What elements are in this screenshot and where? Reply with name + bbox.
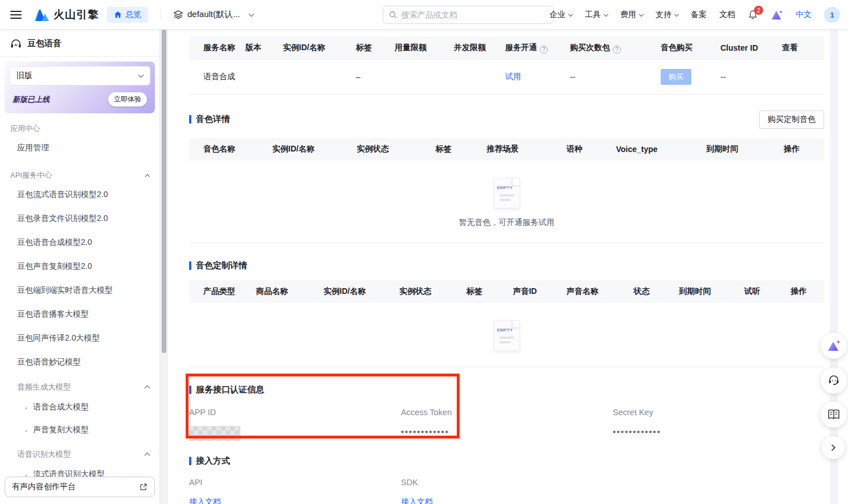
empty-icon: EMPTY xyxy=(494,320,520,351)
sidebar-item-streaming-asr-2[interactable]: 豆包流式语音识别模型2.0 xyxy=(0,183,159,207)
search-input[interactable] xyxy=(402,10,547,19)
sidebar-item-clone-large[interactable]: 声音复刻大模型 xyxy=(0,419,159,441)
access-method-title: 接入方式 xyxy=(189,456,230,466)
service-name: 语音合成 xyxy=(189,60,245,95)
workspace-label: default(默认... xyxy=(187,9,240,20)
app-id-masked-value xyxy=(189,426,240,441)
overview-button[interactable]: 总览 xyxy=(107,7,148,23)
secret-key-value: ************ xyxy=(613,429,661,437)
voice-detail-title: 音色详情 xyxy=(189,114,230,125)
nav-support[interactable]: 支持 xyxy=(656,10,678,20)
ai-assistant-icon[interactable] xyxy=(771,9,783,21)
sidebar-subgroup-audio-gen[interactable]: 音频生成大模型 xyxy=(0,374,159,396)
top-navbar: 火山引擎 总览 default(默认... 企业 工具 费用 支持 备案 文档 xyxy=(0,0,848,30)
sidebar-subgroup-asr-large[interactable]: 语音识别大模型 xyxy=(0,441,159,463)
layers-icon xyxy=(174,10,183,19)
voice-custom-header: 产品类型 商品名称 实例ID/名称 实例状态 标签 声音ID 声音名称 状态 到… xyxy=(189,280,824,303)
product-title-row: AI 豆包语音 xyxy=(0,30,159,57)
chevron-down-icon xyxy=(674,11,679,16)
product-title: 豆包语音 xyxy=(27,38,62,49)
sidebar-group-api-center[interactable]: API服务中心 xyxy=(0,160,159,183)
new-version-text: 新版已上线 xyxy=(13,95,50,105)
secret-key-label: Secret Key xyxy=(613,408,824,417)
sidebar-item-podcast[interactable]: 豆包语音播客大模型 xyxy=(0,302,159,326)
headset-ai-icon: AI xyxy=(10,39,22,49)
sidebar: AI 豆包语音 旧版 新版已上线 立即体验 应用中心 应用管理 API服务中心 … xyxy=(0,30,160,504)
docs-float-button[interactable] xyxy=(821,401,847,428)
global-search[interactable] xyxy=(383,6,554,24)
hamburger-menu-icon[interactable] xyxy=(10,11,22,19)
sidebar-item-simul-interpret[interactable]: 豆包同声传译2.0大模型 xyxy=(0,326,159,350)
version-banner: 旧版 新版已上线 立即体验 xyxy=(5,62,155,113)
voice-detail-table: 音色名称 实例ID/名称 实例状态 标签 推荐场景 语种 Voice_type … xyxy=(189,138,824,161)
nav-docs[interactable]: 文档 xyxy=(719,10,735,20)
svg-text:AI: AI xyxy=(14,43,18,47)
brand-logo[interactable]: 火山引擎 xyxy=(34,7,99,22)
trial-link[interactable]: 试用 xyxy=(505,72,521,81)
voice-detail-empty-text: 暂无音色，可开通服务试用 xyxy=(189,218,824,228)
notification-badge: 2 xyxy=(754,6,763,15)
service-table: 服务名称 版本 实例ID/名称 标签 用量限额 并发限额 服务开通? 购买次数包… xyxy=(189,36,824,95)
open-book-icon xyxy=(827,409,841,420)
voice-custom-title: 音色定制详情 xyxy=(189,260,247,271)
empty-icon: EMPTY xyxy=(494,178,520,208)
collapse-panel-button[interactable] xyxy=(822,436,845,459)
app-id-block: APP ID xyxy=(189,408,401,441)
buy-custom-voice-button[interactable]: 购买定制音色 xyxy=(759,110,824,129)
main-content: 服务名称 版本 实例ID/名称 标签 用量限额 并发限额 服务开通? 购买次数包… xyxy=(168,30,848,504)
nav-icp[interactable]: 备案 xyxy=(691,10,707,20)
search-icon xyxy=(389,11,397,19)
sidebar-scrollbar[interactable] xyxy=(160,30,168,504)
sidebar-group-app-center: 应用中心 xyxy=(0,113,159,136)
version-select[interactable]: 旧版 xyxy=(9,66,150,85)
scrollbar-thumb[interactable] xyxy=(162,30,166,353)
customer-service-float-button[interactable] xyxy=(821,367,847,394)
chevron-down-icon xyxy=(639,11,644,16)
chevron-up-icon xyxy=(145,453,150,458)
api-doc-link[interactable]: 接入文档 xyxy=(189,497,221,504)
sdk-doc-link[interactable]: 接入文档 xyxy=(401,497,433,504)
auth-info-grid: APP ID Access Token ************ Secret … xyxy=(189,408,824,441)
brand-name: 火山引擎 xyxy=(54,7,99,22)
notification-bell[interactable]: 2 xyxy=(748,10,758,20)
try-now-button[interactable]: 立即体验 xyxy=(108,92,147,106)
chevron-up-icon xyxy=(145,386,150,391)
secret-key-block: Secret Key ************ xyxy=(613,408,824,441)
access-token-value: ************ xyxy=(401,429,449,437)
language-switch[interactable]: 中文 xyxy=(796,10,812,20)
api-label: API xyxy=(189,478,401,487)
sdk-block: SDK 接入文档 xyxy=(401,478,824,504)
user-avatar[interactable]: 1 xyxy=(824,7,840,23)
audio-creation-platform-link[interactable]: 有声内容创作平台 xyxy=(5,477,155,497)
sidebar-item-miaoji[interactable]: 豆包语音妙记模型 xyxy=(0,350,159,374)
sidebar-item-app-management[interactable]: 应用管理 xyxy=(0,136,159,160)
nav-tools[interactable]: 工具 xyxy=(585,10,608,20)
sidebar-item-voice-clone-2[interactable]: 豆包声音复刻模型2.0 xyxy=(0,255,159,278)
sidebar-item-tts-large[interactable]: 语音合成大模型 xyxy=(0,396,159,419)
sidebar-item-e2e-realtime[interactable]: 豆包端到端实时语音大模型 xyxy=(0,278,159,302)
access-token-block: Access Token ************ xyxy=(401,408,613,441)
voice-detail-empty-state: EMPTY 暂无音色，可开通服务试用 xyxy=(189,178,824,243)
chevron-down-icon xyxy=(604,11,608,16)
chevron-down-icon xyxy=(568,11,573,16)
sidebar-item-file-asr-2[interactable]: 豆包录音文件识别模型2.0 xyxy=(0,207,159,231)
divider xyxy=(161,9,161,21)
headset-icon xyxy=(827,374,840,387)
service-row-tts: 语音合成 – 试用 -- 购买 -- xyxy=(189,60,824,95)
chevron-up-icon xyxy=(145,174,150,178)
access-method-grid: API 接入文档 SDK 接入文档 xyxy=(189,478,824,504)
sidebar-item-tts-2[interactable]: 豆包语音合成模型2.0 xyxy=(0,231,159,255)
ai-assistant-float-button[interactable] xyxy=(821,333,847,359)
chevron-right-icon xyxy=(830,444,837,451)
ai-mountain-icon xyxy=(827,339,841,352)
workspace-selector[interactable]: default(默认... xyxy=(174,9,253,20)
sdk-label: SDK xyxy=(401,478,824,487)
help-icon[interactable]: ? xyxy=(613,46,621,54)
page-scrollbar[interactable] xyxy=(830,30,838,504)
nav-enterprise[interactable]: 企业 xyxy=(550,10,572,20)
nav-billing[interactable]: 费用 xyxy=(620,10,643,20)
buy-voice-button[interactable]: 购买 xyxy=(661,69,691,85)
voice-custom-empty-state: EMPTY xyxy=(189,320,824,367)
auth-info-title: 服务接口认证信息 xyxy=(189,384,264,395)
help-icon[interactable]: ? xyxy=(540,46,548,54)
